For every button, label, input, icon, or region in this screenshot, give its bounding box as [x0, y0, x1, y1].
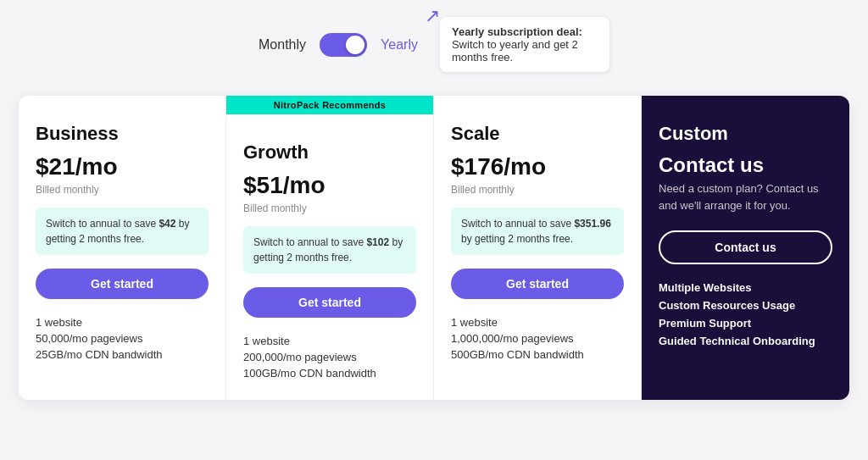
- plan-card-growth: NitroPack Recommends Growth $51/mo Bille…: [226, 96, 434, 400]
- feature-growth-0: 1 website: [243, 335, 416, 347]
- billing-toggle[interactable]: [320, 33, 367, 57]
- plan-name-growth: Growth: [243, 141, 416, 163]
- save-amount-scale: $351.96: [574, 218, 610, 230]
- plans-grid: Business $21/mo Billed monthly Switch to…: [19, 96, 849, 400]
- feature-scale-1: 1,000,000/mo pageviews: [451, 332, 624, 345]
- plan-name-scale: Scale: [451, 123, 624, 145]
- contact-us-button[interactable]: Contact us: [659, 230, 832, 264]
- save-box-business: Switch to annual to save $42 by getting …: [36, 208, 209, 255]
- save-box-growth: Switch to annual to save $102 by getting…: [243, 226, 416, 274]
- custom-description: Need a custom plan? Contact us and we'll…: [659, 180, 832, 213]
- feature-scale-2: 500GB/mo CDN bandwidth: [451, 348, 624, 361]
- save-box-scale: Switch to annual to save $351.96 by gett…: [451, 208, 624, 255]
- save-text-growth: Switch to annual to save $102 by getting…: [253, 236, 403, 263]
- feature-growth-2: 100GB/mo CDN bandwidth: [243, 367, 416, 380]
- feature-business-1: 50,000/mo pageviews: [36, 332, 209, 345]
- plan-card-business: Business $21/mo Billed monthly Switch to…: [19, 96, 226, 400]
- billed-label-growth: Billed monthly: [243, 202, 416, 214]
- save-text-scale: Switch to annual to save $351.96 by gett…: [461, 218, 611, 245]
- features-list-growth: 1 website 200,000/mo pageviews 100GB/mo …: [243, 335, 416, 380]
- feature-scale-0: 1 website: [451, 316, 624, 329]
- custom-feature-3: Guided Technical Onboarding: [659, 335, 832, 347]
- billed-label-scale: Billed monthly: [451, 184, 624, 196]
- arrow-curve-icon: ↗: [425, 5, 440, 27]
- plan-name-custom: Custom: [659, 123, 832, 145]
- custom-feature-0: Multiple Websites: [659, 281, 832, 294]
- custom-feature-1: Custom Resources Usage: [659, 299, 832, 312]
- features-list-business: 1 website 50,000/mo pageviews 25GB/mo CD…: [36, 316, 209, 361]
- save-text-business: Switch to annual to save $42 by getting …: [46, 218, 189, 245]
- recommended-badge: NitroPack Recommends: [226, 96, 433, 114]
- plan-name-business: Business: [36, 123, 209, 145]
- feature-business-2: 25GB/mo CDN bandwidth: [36, 348, 209, 361]
- billed-label-business: Billed monthly: [36, 184, 209, 196]
- save-amount-growth: $102: [366, 236, 389, 248]
- feature-business-0: 1 website: [36, 316, 209, 329]
- deal-desc: Switch to yearly and get 2 months free.: [452, 38, 578, 64]
- custom-features-list: Multiple Websites Custom Resources Usage…: [659, 281, 832, 347]
- feature-growth-1: 200,000/mo pageviews: [243, 351, 416, 363]
- yearly-label: Yearly: [381, 37, 418, 53]
- get-started-button-business[interactable]: Get started: [36, 269, 209, 299]
- get-started-button-growth[interactable]: Get started: [243, 287, 416, 318]
- plan-price-business: $21/mo: [36, 153, 209, 180]
- features-list-scale: 1 website 1,000,000/mo pageviews 500GB/m…: [451, 316, 624, 361]
- plan-price-growth: $51/mo: [243, 172, 416, 199]
- plan-price-scale: $176/mo: [451, 153, 624, 180]
- plan-card-custom: Custom Contact us Need a custom plan? Co…: [642, 96, 849, 400]
- monthly-label: Monthly: [259, 37, 306, 53]
- deal-title: Yearly subscription deal:: [452, 25, 582, 38]
- plan-card-scale: Scale $176/mo Billed monthly Switch to a…: [434, 96, 642, 400]
- toggle-knob: [346, 36, 364, 54]
- custom-feature-2: Premium Support: [659, 317, 832, 330]
- billing-toggle-section: Monthly Yearly ↗ Yearly subscription dea…: [259, 17, 609, 72]
- save-amount-business: $42: [159, 218, 175, 230]
- plan-contact-heading: Contact us: [659, 153, 832, 177]
- yearly-deal-box: ↗ Yearly subscription deal: Switch to ye…: [440, 17, 609, 72]
- get-started-button-scale[interactable]: Get started: [451, 269, 624, 299]
